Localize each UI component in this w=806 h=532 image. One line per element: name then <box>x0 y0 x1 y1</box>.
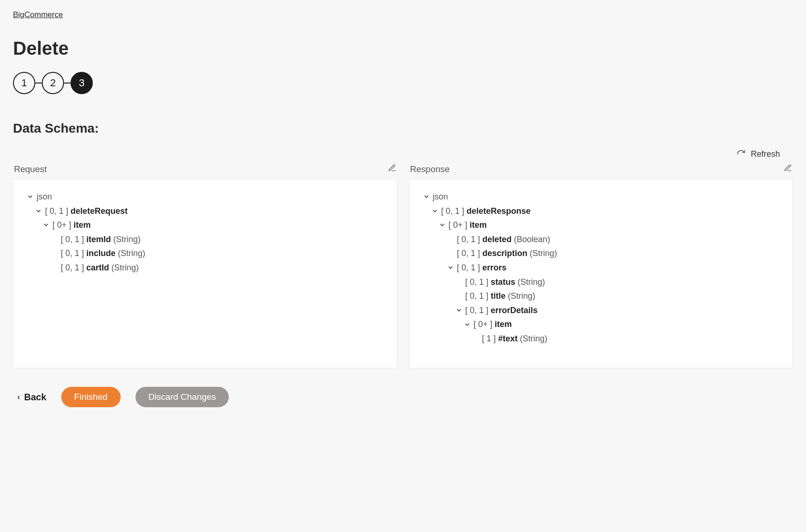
tree-node: [ 0, 1 ] cartId (String) <box>26 261 384 275</box>
chevron-down-icon[interactable] <box>431 208 438 214</box>
step-1[interactable]: 1 <box>13 72 35 94</box>
tree-node[interactable]: [ 0+ ] item <box>423 218 780 232</box>
response-panel: Response json[ 0, 1 ] deleteResponse[ 0+… <box>409 161 793 368</box>
chevron-down-icon[interactable] <box>447 264 454 271</box>
chevron-down-icon[interactable] <box>455 307 463 314</box>
tree-node[interactable]: [ 0, 1 ] deleteResponse <box>423 204 780 218</box>
refresh-button[interactable]: Refresh <box>13 149 793 159</box>
request-panel: Request json[ 0, 1 ] deleteRequest[ 0+ ]… <box>13 161 397 368</box>
step-3[interactable]: 3 <box>71 72 93 94</box>
chevron-down-icon[interactable] <box>35 208 42 214</box>
chevron-down-icon[interactable] <box>423 193 430 200</box>
tree-node-label: [ 0, 1 ] itemId (String) <box>61 232 141 247</box>
tree-node: [ 0, 1 ] deleted (Boolean) <box>423 232 780 247</box>
tree-node-label: [ 0, 1 ] errorDetails <box>465 303 538 318</box>
tree-node[interactable]: json <box>26 190 384 204</box>
refresh-icon <box>736 149 746 159</box>
step-2[interactable]: 2 <box>42 72 64 94</box>
request-tree: json[ 0, 1 ] deleteRequest[ 0+ ] item[ 0… <box>13 179 397 368</box>
refresh-label: Refresh <box>751 149 780 159</box>
step-connector <box>35 83 42 83</box>
page-title: Delete <box>13 38 793 59</box>
tree-node-label: [ 1 ] #text (String) <box>482 332 548 346</box>
section-title: Data Schema: <box>13 121 793 136</box>
tree-node-label: [ 0, 1 ] status (String) <box>465 275 545 289</box>
tree-node[interactable]: json <box>423 190 780 204</box>
tree-node-label: [ 0, 1 ] include (String) <box>61 246 145 261</box>
chevron-down-icon[interactable] <box>438 222 446 228</box>
tree-node-label: [ 0, 1 ] errors <box>457 261 507 275</box>
step-connector <box>64 83 71 83</box>
tree-node-label: [ 0+ ] item <box>449 218 487 232</box>
tree-node-label: [ 0, 1 ] deleteResponse <box>441 204 531 218</box>
tree-node-label: json <box>37 190 52 204</box>
tree-node-label: [ 0, 1 ] cartId (String) <box>61 261 139 275</box>
tree-node-label: json <box>433 190 448 204</box>
tree-node: [ 0, 1 ] include (String) <box>26 246 384 261</box>
edit-response-icon[interactable] <box>784 164 792 174</box>
tree-node: [ 0, 1 ] status (String) <box>423 275 780 289</box>
tree-node: [ 0, 1 ] description (String) <box>423 246 780 261</box>
chevron-down-icon[interactable] <box>464 321 471 328</box>
request-panel-title: Request <box>14 164 47 174</box>
tree-node[interactable]: [ 0+ ] item <box>423 317 780 332</box>
tree-node-label: [ 0+ ] item <box>474 317 512 332</box>
chevron-left-icon <box>16 392 21 403</box>
chevron-down-icon[interactable] <box>42 222 50 228</box>
back-button[interactable]: Back <box>16 392 46 403</box>
tree-node[interactable]: [ 0, 1 ] deleteRequest <box>26 204 384 218</box>
tree-node: [ 0, 1 ] title (String) <box>423 289 780 303</box>
response-tree: json[ 0, 1 ] deleteResponse[ 0+ ] item[ … <box>409 179 793 368</box>
tree-node: [ 0, 1 ] itemId (String) <box>26 232 384 247</box>
tree-node: [ 1 ] #text (String) <box>423 332 780 346</box>
stepper: 123 <box>13 72 793 94</box>
finished-button[interactable]: Finished <box>61 387 121 407</box>
tree-node-label: [ 0, 1 ] deleteRequest <box>45 204 128 218</box>
edit-request-icon[interactable] <box>388 164 396 174</box>
tree-node[interactable]: [ 0, 1 ] errorDetails <box>423 303 780 318</box>
tree-node-label: [ 0, 1 ] description (String) <box>457 246 557 261</box>
tree-node-label: [ 0+ ] item <box>52 218 91 232</box>
tree-node[interactable]: [ 0, 1 ] errors <box>423 261 780 275</box>
tree-node-label: [ 0, 1 ] deleted (Boolean) <box>457 232 550 247</box>
discard-button[interactable]: Discard Changes <box>135 387 229 407</box>
tree-node-label: [ 0, 1 ] title (String) <box>465 289 535 303</box>
back-label: Back <box>24 392 46 403</box>
chevron-down-icon[interactable] <box>26 193 34 200</box>
breadcrumb[interactable]: BigCommerce <box>13 10 63 19</box>
tree-node[interactable]: [ 0+ ] item <box>26 218 384 232</box>
response-panel-title: Response <box>410 164 450 174</box>
